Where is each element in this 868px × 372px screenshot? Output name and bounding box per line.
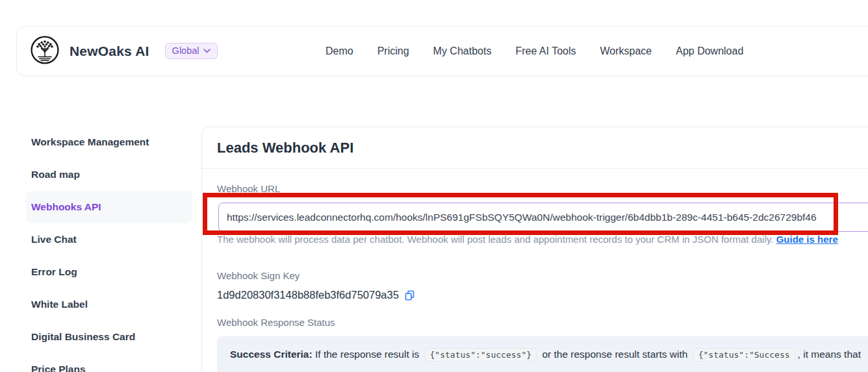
webhook-url-input[interactable]	[218, 203, 868, 232]
code-chip-success: {"status":"success"}	[425, 348, 537, 362]
nav-item-my-chatbots[interactable]: My Chatbots	[433, 45, 492, 57]
sidebar-item-digital-business-card[interactable]: Digital Business Card	[26, 321, 192, 353]
webhook-url-label: Webhook URL	[217, 183, 280, 194]
sidebar-item-price-plans[interactable]: Price Plans	[26, 353, 192, 372]
guide-link[interactable]: Guide is here	[776, 234, 838, 245]
top-header: NewOaks AI Global Demo Pricing My Chatbo…	[16, 26, 868, 76]
nav-item-free-ai-tools[interactable]: Free AI Tools	[515, 45, 576, 57]
webhook-api-panel: Leads Webhook API Webhook URL The webhoo…	[201, 127, 868, 372]
webhook-helper-text: The webhook will process data per chatbo…	[217, 234, 838, 245]
chevron-down-icon	[203, 49, 211, 53]
sidebar-item-workspace-management[interactable]: Workspace Management	[26, 126, 192, 158]
sidebar-item-webhooks-api[interactable]: Webhooks API	[26, 191, 192, 223]
sidebar-item-live-chat[interactable]: Live Chat	[26, 223, 192, 256]
region-dropdown[interactable]: Global	[165, 43, 218, 59]
webhook-response-status-label: Webhook Response Status	[217, 317, 335, 328]
nav-item-app-download[interactable]: App Download	[676, 45, 743, 57]
success-criteria-line1: Success Criteria: If the response result…	[230, 347, 868, 362]
sidebar-item-road-map[interactable]: Road map	[26, 158, 192, 191]
success-criteria-box: Success Criteria: If the response result…	[217, 336, 868, 372]
nav-item-workspace[interactable]: Workspace	[600, 45, 652, 57]
webhook-sign-key-value: 1d9d20830f3148b88feb3f6d75079a35	[217, 289, 399, 301]
region-label: Global	[172, 45, 199, 56]
success-criteria-line2: webhook call is successful.	[230, 369, 868, 372]
webhook-sign-key-row: 1d9d20830f3148b88feb3f6d75079a35	[217, 288, 415, 301]
panel-header: Leads Webhook API	[202, 127, 868, 169]
nav-item-demo[interactable]: Demo	[326, 45, 353, 57]
code-chip-success-prefix: {"status":"Success	[693, 348, 795, 362]
success-criteria-prefix: Success Criteria:	[230, 349, 313, 360]
page-title: Leads Webhook API	[217, 140, 353, 156]
brand-logo-icon	[30, 35, 60, 68]
brand-home-link[interactable]: NewOaks AI	[30, 35, 149, 68]
webhook-sign-key-label: Webhook Sign Key	[217, 270, 300, 281]
settings-sidebar: Workspace Management Road map Webhooks A…	[26, 126, 192, 372]
brand-name: NewOaks AI	[70, 43, 149, 59]
sidebar-item-white-label[interactable]: White Label	[26, 288, 192, 321]
copy-icon[interactable]	[404, 290, 415, 301]
sidebar-item-error-log[interactable]: Error Log	[26, 256, 192, 288]
main-nav: Demo Pricing My Chatbots Free AI Tools W…	[326, 27, 743, 75]
nav-item-pricing[interactable]: Pricing	[377, 45, 409, 57]
